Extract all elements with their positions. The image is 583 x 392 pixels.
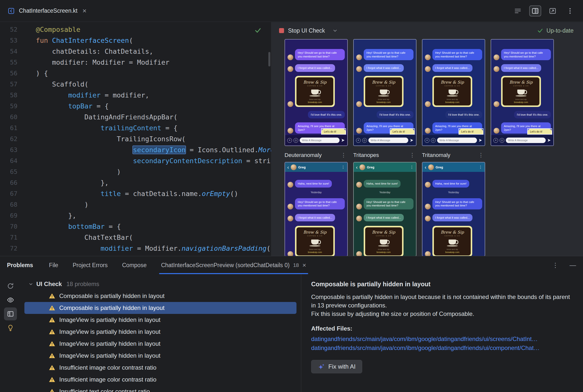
problems-tab[interactable]: ChatInterfaceScreenPreview (sortedChatDe… bbox=[161, 256, 306, 274]
stop-ui-check-button[interactable]: Stop UI Check bbox=[288, 27, 325, 34]
line-number: 64 bbox=[0, 156, 18, 166]
card-link[interactable]: brew&sip.com bbox=[377, 251, 391, 254]
card-link[interactable]: brew&sip.com bbox=[308, 101, 322, 104]
more-options-icon[interactable] bbox=[564, 6, 576, 16]
attach-icon[interactable]: + bbox=[356, 138, 361, 143]
code-token bbox=[36, 146, 133, 154]
problem-item[interactable]: Composable is partially hidden in layout bbox=[24, 290, 297, 302]
message-input[interactable]: Write A Message bbox=[368, 138, 408, 143]
code-token: ) bbox=[36, 168, 121, 176]
fix-with-ai-button[interactable]: Fix with AI bbox=[311, 360, 362, 373]
tab-close-icon[interactable]: × bbox=[82, 8, 86, 14]
code-editor[interactable]: 52@Composable53fun ChatInterfaceScreen(5… bbox=[0, 22, 271, 256]
preview-phone[interactable]: ‹Greg⋮Haha, next time for sure!Yesterday… bbox=[422, 162, 485, 256]
inspection-ok-icon[interactable] bbox=[254, 26, 262, 35]
variant-menu-icon[interactable]: ⋮ bbox=[341, 152, 348, 158]
code-token: ChatTextBar( bbox=[36, 234, 133, 241]
code-text: }, bbox=[18, 177, 109, 188]
emoji-icon[interactable]: ☺ bbox=[294, 138, 298, 143]
problems-list: Composable is partially hidden in layout… bbox=[21, 290, 301, 392]
affected-file-link[interactable]: datingandfriends/src/main/java/com/ibm/g… bbox=[311, 344, 573, 352]
message-input[interactable]: Write A Message bbox=[437, 138, 477, 143]
split-editor-icon[interactable] bbox=[529, 6, 541, 16]
code-token: ChatInterfaceScreen bbox=[52, 36, 129, 44]
card-link[interactable]: brew&sip.com bbox=[445, 251, 460, 254]
editor-tab[interactable]: ChatInterfaceScreen.kt × bbox=[0, 0, 94, 22]
affected-file-link[interactable]: datingandfriends/src/main/java/com/ibm/g… bbox=[311, 334, 573, 344]
problem-group-header[interactable]: UI Check 18 problems bbox=[21, 278, 301, 290]
message-input-bar: +☺Write A Message bbox=[354, 135, 416, 146]
send-icon[interactable] bbox=[547, 138, 551, 142]
show-details-panel-icon[interactable] bbox=[4, 308, 17, 320]
chat-bubble: I'd love that! It's this one. bbox=[514, 111, 551, 119]
stop-icon[interactable] bbox=[279, 28, 284, 33]
problems-tab[interactable]: Project Errors bbox=[73, 256, 108, 274]
code-token: ( bbox=[129, 36, 133, 44]
structure-view-icon[interactable] bbox=[512, 6, 524, 16]
toolwindow-title[interactable]: Problems bbox=[7, 262, 33, 269]
message-input[interactable]: Write A Message bbox=[300, 138, 340, 143]
editor-preview-layout-icon[interactable] bbox=[547, 6, 559, 16]
attach-icon[interactable]: + bbox=[493, 138, 498, 143]
refresh-icon[interactable] bbox=[4, 280, 17, 292]
code-line: 60 DatingAndFriendsAppBar( bbox=[0, 112, 271, 122]
contact-name: Greg bbox=[436, 166, 443, 169]
send-icon[interactable] bbox=[341, 138, 345, 142]
tab-close-icon[interactable]: × bbox=[303, 262, 306, 268]
back-icon[interactable]: ‹ bbox=[287, 165, 289, 170]
message-input-bar: +☺Write A Message bbox=[285, 135, 347, 146]
chevron-down-icon[interactable] bbox=[28, 282, 33, 286]
send-icon[interactable] bbox=[478, 138, 482, 142]
problem-item[interactable]: Composable is partially hidden in layout bbox=[24, 302, 297, 314]
preview-phone[interactable]: Hey! Should we go to that cafe you menti… bbox=[491, 39, 554, 146]
code-token: () bbox=[230, 190, 238, 198]
preview-phone[interactable]: Hey! Should we go to that cafe you menti… bbox=[422, 39, 485, 146]
attach-icon[interactable]: + bbox=[287, 138, 292, 143]
problem-item[interactable]: Insufficient image color contrast ratio bbox=[24, 362, 297, 374]
problem-item[interactable]: ImageView is partially hidden in layout bbox=[24, 338, 297, 350]
saucer bbox=[378, 95, 389, 96]
problem-item[interactable]: Insufficient image color contrast ratio bbox=[24, 374, 297, 386]
phone-menu-icon[interactable]: ⋮ bbox=[410, 165, 414, 170]
chat-bubble: Hey! Should we go to that cafe you menti… bbox=[501, 49, 551, 60]
emoji-icon[interactable]: ☺ bbox=[431, 138, 436, 143]
preview-phone[interactable]: Hey! Should we go to that cafe you menti… bbox=[284, 39, 348, 146]
chevron-down-icon[interactable] bbox=[332, 28, 338, 33]
card-link[interactable]: brew&sip.com bbox=[514, 101, 528, 104]
code-text: fun ChatInterfaceScreen( bbox=[18, 35, 133, 46]
quick-fix-bulb-icon[interactable] bbox=[4, 321, 17, 334]
detail-fix-hint: Fix this issue by adjusting the size or … bbox=[311, 310, 573, 318]
problem-item[interactable]: ImageView is partially hidden in layout bbox=[24, 314, 297, 326]
message-input[interactable]: Write A Message bbox=[506, 138, 546, 143]
emoji-icon[interactable]: ☺ bbox=[500, 138, 504, 143]
line-number: 72 bbox=[0, 243, 18, 254]
variant-menu-icon[interactable]: ⋮ bbox=[410, 152, 416, 158]
editor-scrollbar[interactable] bbox=[268, 52, 270, 66]
phone-menu-icon[interactable]: ⋮ bbox=[341, 165, 345, 170]
code-token bbox=[36, 102, 68, 110]
avatar bbox=[425, 128, 431, 134]
problem-item[interactable]: ImageView is partially hidden in layout bbox=[24, 326, 297, 338]
back-icon[interactable]: ‹ bbox=[425, 165, 426, 170]
send-icon[interactable] bbox=[410, 138, 414, 142]
problems-tab[interactable]: File bbox=[49, 256, 58, 274]
minimize-icon[interactable]: — bbox=[569, 262, 576, 269]
variant-menu-icon[interactable]: ⋮ bbox=[478, 152, 485, 158]
card-link[interactable]: brew&sip.com bbox=[377, 101, 391, 104]
saucer bbox=[310, 245, 320, 246]
problem-item[interactable]: Insufficient text color contrast ratio bbox=[24, 386, 297, 392]
card-link[interactable]: brew&sip.com bbox=[308, 251, 322, 254]
avatar bbox=[425, 66, 431, 72]
card-link[interactable]: brew&sip.com bbox=[445, 101, 460, 104]
preview-phone[interactable]: ‹Greg⋮Haha, next time for sure!Yesterday… bbox=[353, 162, 416, 256]
emoji-icon[interactable]: ☺ bbox=[362, 138, 367, 143]
phone-menu-icon[interactable]: ⋮ bbox=[479, 165, 482, 170]
preview-phone[interactable]: ‹Greg⋮Haha, next time for sure!Yesterday… bbox=[284, 162, 348, 256]
problem-item[interactable]: ImageView is partially hidden in layout bbox=[24, 350, 297, 362]
preview-problems-icon[interactable] bbox=[4, 294, 17, 306]
problems-tab[interactable]: Compose bbox=[122, 256, 146, 274]
preview-phone[interactable]: Hey! Should we go to that cafe you menti… bbox=[353, 39, 416, 146]
back-icon[interactable]: ‹ bbox=[356, 165, 358, 170]
tabbar-more-icon[interactable]: ⋮ bbox=[552, 262, 559, 269]
attach-icon[interactable]: + bbox=[425, 138, 429, 143]
